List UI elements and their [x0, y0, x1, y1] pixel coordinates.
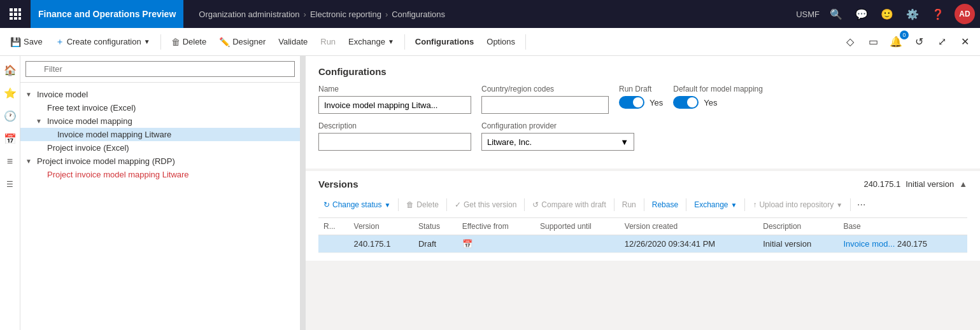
description-field: Description: [318, 121, 471, 151]
validate-button[interactable]: Validate: [273, 31, 313, 53]
separator-3: [525, 34, 526, 50]
cell-base: Invoice mod... 240.175: [838, 235, 967, 253]
svg-rect-1: [14, 8, 17, 11]
upload-chevron-icon: ▼: [836, 202, 842, 209]
cell-description: Initial version: [758, 235, 838, 253]
config-provider-value: Litware, Inc.: [487, 137, 532, 147]
form-row-2: Description Configuration provider Litwa…: [318, 121, 967, 151]
rebase-button[interactable]: Rebase: [647, 198, 683, 211]
grid-menu-icon[interactable]: [5, 4, 25, 24]
star-icon[interactable]: ⭐: [1, 84, 19, 102]
toolbar: 💾 Save ＋ Create configuration ▼ 🗑 Delete…: [0, 28, 980, 56]
detail-panel: Configurations Name Country/region codes…: [306, 56, 980, 330]
tree-node-inv-model-mapping[interactable]: ▼ Invoice model mapping: [20, 114, 300, 128]
tree-node-inv-mapping-litware[interactable]: Invoice model mapping Litware: [20, 128, 300, 141]
expand-icon-0: ▼: [25, 91, 34, 98]
clock-icon[interactable]: 🕐: [1, 107, 19, 125]
tree-node-proj-invoice[interactable]: Project invoice (Excel): [20, 141, 300, 155]
tree-label-inv-mapping-litware: Invoice model mapping Litware: [57, 130, 171, 139]
alerts-icon[interactable]: 🔔 0: [886, 32, 906, 52]
create-configuration-button[interactable]: ＋ Create configuration ▼: [50, 31, 155, 53]
description-input[interactable]: [318, 133, 471, 151]
compare-with-draft-button[interactable]: ↺ Compare with draft: [527, 198, 611, 211]
breadcrumb-item-er[interactable]: Electronic reporting: [310, 10, 381, 19]
panel-icon[interactable]: ▭: [863, 32, 883, 52]
calendar-side-icon[interactable]: 📅: [1, 130, 19, 148]
get-this-version-button[interactable]: ✓ Get this version: [450, 198, 522, 211]
list-icon[interactable]: ≡: [1, 153, 19, 170]
search-icon[interactable]: 🔍: [827, 5, 845, 23]
vtb-delete-button[interactable]: 🗑 Delete: [401, 198, 444, 211]
options-tab[interactable]: Options: [481, 31, 520, 53]
cell-status: Draft: [413, 235, 457, 253]
configurations-tab[interactable]: Configurations: [410, 31, 479, 53]
calendar-picker-icon[interactable]: 📅: [462, 239, 472, 249]
help-icon[interactable]: ❓: [929, 5, 947, 23]
default-mapping-toggle[interactable]: [673, 96, 699, 109]
config-provider-select[interactable]: Litware, Inc. ▼: [481, 133, 634, 151]
breadcrumb-item-org[interactable]: Organization administration: [199, 10, 299, 19]
delete-button[interactable]: 🗑 Delete: [166, 31, 212, 53]
run-button[interactable]: Run: [315, 31, 341, 53]
designer-button[interactable]: ✏️ Designer: [214, 31, 271, 53]
breadcrumb: Organization administration › Electronic…: [188, 10, 791, 19]
col-base: Base: [838, 218, 967, 235]
svg-rect-4: [14, 13, 17, 16]
vtb-run-button[interactable]: Run: [617, 198, 641, 211]
expand-icon-5: ▼: [25, 158, 34, 165]
default-mapping-toggle-label: Yes: [704, 98, 717, 107]
col-r: R...: [318, 218, 349, 235]
cell-version: 240.175.1: [349, 235, 413, 253]
filter-toggle-icon[interactable]: ◇: [840, 32, 860, 52]
run-draft-toggle[interactable]: [619, 96, 644, 109]
tree-label-inv-model-mapping: Invoice model mapping: [47, 116, 132, 126]
close-icon[interactable]: ✕: [955, 32, 975, 52]
versions-section: Versions 240.175.1 Initial version ▲ ↻ C…: [306, 171, 980, 261]
breadcrumb-chevron-2: ›: [385, 10, 388, 19]
base-link[interactable]: Invoice mod...: [843, 239, 895, 249]
refresh-icon[interactable]: ↺: [909, 32, 929, 52]
tree-node-invoice-model[interactable]: ▼ Invoice model: [20, 88, 300, 101]
tree-drag-handle[interactable]: [301, 56, 306, 330]
save-button[interactable]: 💾 Save: [5, 31, 48, 53]
configurations-section: Configurations Name Country/region codes…: [306, 56, 980, 168]
col-description: Description: [758, 218, 838, 235]
cell-effective-from: 📅: [457, 235, 535, 253]
svg-rect-5: [18, 13, 21, 16]
side-strip: 🏠 ⭐ 🕐 📅 ≡ ☰: [0, 56, 20, 330]
table-row[interactable]: 240.175.1 Draft 📅 12/26/2020 09:34:41 PM…: [318, 235, 967, 253]
expand-icon[interactable]: ⤢: [932, 32, 952, 52]
vtb-exchange-button[interactable]: Exchange ▼: [689, 198, 742, 211]
settings-icon[interactable]: ⚙️: [904, 5, 921, 23]
vtb-exchange-chevron-icon: ▼: [731, 202, 737, 209]
exchange-button[interactable]: Exchange ▼: [343, 31, 399, 53]
col-version-created: Version created: [620, 218, 758, 235]
avatar[interactable]: AD: [955, 4, 975, 24]
more-options-icon[interactable]: ···: [853, 197, 869, 212]
run-draft-field: Run Draft Yes: [619, 85, 663, 109]
name-input[interactable]: [318, 96, 471, 114]
upload-repository-button[interactable]: ↑ Upload into repository ▼: [748, 198, 848, 211]
tree-node-proj-mapping-rdp[interactable]: ▼ Project invoice model mapping (RDP): [20, 155, 300, 168]
notifications-icon[interactable]: 💬: [853, 5, 870, 23]
user-code: USMF: [796, 10, 820, 19]
tree-node-proj-mapping-litware[interactable]: Project invoice model mapping Litware: [20, 168, 300, 181]
versions-title: Versions: [318, 179, 359, 189]
save-icon: 💾: [10, 37, 21, 47]
vtb-sep-3: [524, 198, 525, 211]
smiley-icon[interactable]: 🙂: [878, 5, 896, 23]
change-status-button[interactable]: ↻ Change status ▼: [318, 198, 395, 211]
filter-wrap: 🔍: [25, 61, 295, 77]
name-label: Name: [318, 85, 471, 93]
config-provider-chevron-icon: ▼: [620, 137, 628, 147]
designer-icon: ✏️: [219, 37, 230, 47]
tree-node-free-text[interactable]: Free text invoice (Excel): [20, 101, 300, 114]
vtb-delete-icon: 🗑: [406, 200, 414, 209]
hamburger-icon[interactable]: ☰: [1, 175, 19, 193]
versions-chevron-icon[interactable]: ▲: [959, 179, 967, 189]
home-icon[interactable]: 🏠: [1, 61, 19, 79]
country-input[interactable]: [481, 96, 609, 114]
compare-icon: ↺: [532, 200, 539, 209]
breadcrumb-item-conf[interactable]: Configurations: [392, 10, 445, 19]
search-input[interactable]: [25, 61, 295, 77]
